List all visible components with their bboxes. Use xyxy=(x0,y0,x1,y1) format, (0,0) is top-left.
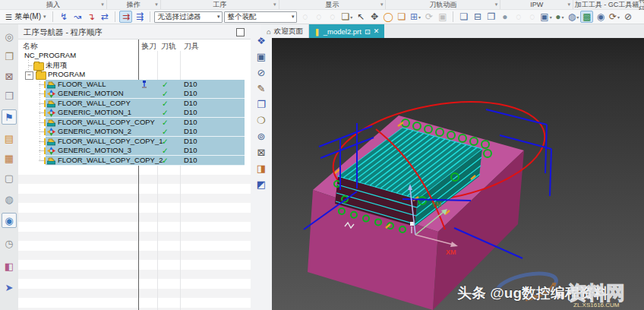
show-toolpath-icon[interactable]: ↯ xyxy=(57,11,70,23)
generic-motion-icon xyxy=(47,147,55,155)
operation-name: FLOOR_WALL xyxy=(58,80,106,90)
operation-name: FLOOR_WALL_COPY_COPY xyxy=(58,118,155,128)
playback-icon[interactable]: ◌ xyxy=(326,11,339,23)
constraint-navigator-icon[interactable]: ⊠ xyxy=(2,68,17,84)
ribbon-group-7[interactable]: 加工工具 - GC工具箱▾ xyxy=(573,0,641,9)
true-shading-icon[interactable]: ▩ xyxy=(580,11,593,23)
rotate-view-icon[interactable]: ⟳▾ xyxy=(608,11,620,23)
web-browser-icon[interactable]: ◉ xyxy=(2,213,17,228)
window-max-icon[interactable]: ❐ xyxy=(485,11,497,23)
operation-row[interactable]: FLOOR_WALL_COPY✓D10 xyxy=(18,99,251,109)
gear-ball-icon[interactable]: ⊚ xyxy=(254,129,269,143)
ribbon-group-4[interactable]: 显示▾ xyxy=(279,0,387,9)
close-tab-icon[interactable]: ✕ xyxy=(374,27,380,35)
assembly-navigator-icon[interactable]: ❐ xyxy=(2,49,17,64)
ribbon-group-3[interactable]: 工序▾ xyxy=(161,0,279,9)
machining-wizard-icon[interactable]: ▤ xyxy=(2,131,17,146)
history-icon[interactable]: ◷ xyxy=(2,236,17,251)
studio-view-icon[interactable]: ◌ xyxy=(512,11,525,23)
wireframe-style-icon[interactable]: ◍▾ xyxy=(567,11,579,23)
panel-restore-icon[interactable] xyxy=(236,28,245,36)
column-header-toolchange[interactable]: 换刀 xyxy=(141,41,156,52)
open-folder-icon[interactable]: ❍ xyxy=(254,113,269,127)
clip-section-icon[interactable]: ⊘ xyxy=(621,11,634,23)
eye-view-icon[interactable]: ◉ xyxy=(594,11,607,23)
toolpath-ok-icon: ✓ xyxy=(162,108,169,118)
collapse-expander[interactable]: − xyxy=(25,71,33,80)
chevron-down-icon: ▾ xyxy=(155,0,158,9)
ym-axis-label: YM xyxy=(431,201,442,208)
tree-row-ncprogram[interactable]: NC_PROGRAM xyxy=(18,51,251,61)
hd3d-tools-icon[interactable]: ◍ xyxy=(2,191,17,207)
selection-brush-icon[interactable]: ➤ xyxy=(2,280,17,295)
edit-toolpath-icon[interactable]: ↝ xyxy=(71,11,84,23)
tab-model2[interactable]: ❚ _model2.prt ⊡ ✕ xyxy=(309,24,385,38)
swap-node-icon[interactable]: ⇄ xyxy=(98,11,111,23)
facet-view-icon[interactable]: ◌ xyxy=(526,11,538,23)
graphics-viewport[interactable]: YM XM 头条 @ug数控编程资料 资料网 ZL.XS1616.CUM xyxy=(272,38,644,310)
machining-setup-icon[interactable]: ▦ xyxy=(2,150,17,166)
layout-cube-icon[interactable]: ▣▾ xyxy=(539,11,552,23)
select-box-icon[interactable]: ❏▾ xyxy=(340,11,353,23)
operation-row[interactable]: GENERIC_MOTION_1✓D10 xyxy=(18,108,251,118)
delete-box-icon[interactable]: ⊠ xyxy=(254,145,269,159)
reuse-library-icon[interactable]: ▢ xyxy=(2,170,17,185)
column-header-tool[interactable]: 刀具 xyxy=(184,41,199,52)
tool-name: D10 xyxy=(184,99,197,109)
part-navigator-icon[interactable]: ❒ xyxy=(2,88,17,103)
move-node-icon[interactable]: ↴ xyxy=(84,11,97,23)
operation-row[interactable]: FLOOR_WALL✓D10 xyxy=(18,80,251,90)
touch-mode-icon[interactable]: ◌ xyxy=(298,11,311,23)
window-split-icon[interactable]: ⊟ xyxy=(471,11,484,23)
ribbon-group-1[interactable]: 插入▾ xyxy=(0,0,107,9)
selection-filter-combo[interactable]: 无选择过滤器▾ xyxy=(154,11,223,23)
ribbon-group-8[interactable]: 特征 xyxy=(641,0,644,9)
show-components-icon[interactable]: ❐ xyxy=(254,97,269,111)
operation-row[interactable]: GENERIC_MOTION_3✓D10 xyxy=(18,146,251,156)
snapshot-icon[interactable]: ▣ xyxy=(436,11,449,23)
selection-scope-combo[interactable]: 整个装配▾ xyxy=(224,11,297,23)
watermark-logo-sub: ZL.XS1616.CUM xyxy=(573,302,620,308)
operation-row[interactable]: GENERIC_MOTION✓D10 xyxy=(18,89,251,99)
ribbon-group-2[interactable]: 操作▾ xyxy=(107,0,161,9)
edit-display-icon[interactable]: ✎ xyxy=(254,81,269,95)
record-icon[interactable]: ◌ xyxy=(312,11,325,23)
tool-name: D10 xyxy=(184,137,197,147)
verify-toolpath-icon[interactable]: ⇉ xyxy=(119,11,132,23)
select-cursor-icon[interactable]: ↖ xyxy=(354,11,367,23)
select-component-icon[interactable]: ◩ xyxy=(254,177,269,191)
window-image-icon[interactable]: ❏ xyxy=(457,11,470,23)
tree-row-unused[interactable]: 未用项 xyxy=(18,61,251,71)
column-header-toolpath[interactable]: 刀轨 xyxy=(161,41,176,52)
fit-view-icon[interactable]: ▣ xyxy=(254,49,269,63)
column-header-name[interactable]: 名称 xyxy=(23,41,38,52)
menu-button[interactable]: ☰ 菜单(M) ▾ xyxy=(2,11,49,23)
undo-view-icon[interactable]: ⟳ xyxy=(422,11,435,23)
toolpath-ok-icon: ✓ xyxy=(162,118,169,128)
operation-row[interactable]: GENERIC_MOTION_2✓D10 xyxy=(18,127,251,137)
integration-monitor-icon[interactable]: ◎ xyxy=(2,29,17,44)
operation-navigator-icon[interactable]: ⚑ xyxy=(2,109,17,125)
operation-row[interactable]: FLOOR_WALL_COPY_COPY✓D10 xyxy=(18,118,251,128)
ribbon-group-5[interactable]: 刀轨动画▾ xyxy=(386,0,500,9)
tool-name: D10 xyxy=(184,118,197,128)
select-solid-icon[interactable]: ❏ xyxy=(395,11,408,23)
chevron-down-icon: ▾ xyxy=(568,0,571,9)
folder-icon xyxy=(36,71,46,80)
shaded-view-icon[interactable]: ● xyxy=(498,11,511,23)
pan-hand-icon[interactable]: ✥ xyxy=(368,11,380,23)
tab-welcome[interactable]: ⌂ 欢迎页面 xyxy=(261,24,309,38)
operation-row[interactable]: FLOOR_WALL_COPY_COPY_1✓D10 xyxy=(18,137,251,147)
operation-row[interactable]: FLOOR_WALL_COPY_COPY_2✓D10 xyxy=(18,156,251,166)
chevron-down-icon: ▾ xyxy=(635,0,638,9)
tree-row-program[interactable]: − PROGRAM xyxy=(18,70,251,80)
system-materials-icon[interactable]: ◧ xyxy=(2,258,17,274)
add-body-icon[interactable]: ⊞▾ xyxy=(409,11,421,23)
simulate-toolpath-icon[interactable]: ⇶ xyxy=(133,11,146,23)
render-style-icon[interactable]: ●▾ xyxy=(553,11,566,23)
ribbon-group-6[interactable]: IPW▾ xyxy=(500,0,573,9)
lasso-icon[interactable]: ◯ xyxy=(381,11,394,23)
move-component-icon[interactable]: ◨ xyxy=(254,161,269,175)
hide-icon[interactable]: ⊘ xyxy=(254,65,269,79)
operation-name: GENERIC_MOTION_3 xyxy=(58,146,131,156)
